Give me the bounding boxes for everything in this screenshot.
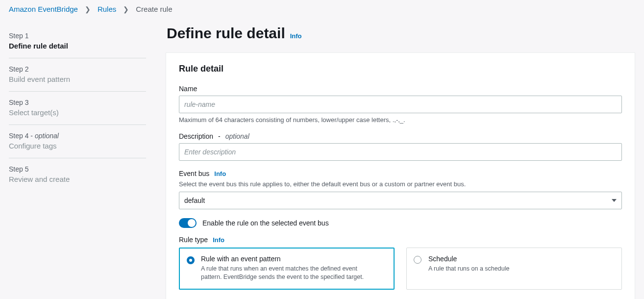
rule-detail-panel: Rule detail Name Maximum of 64 character… (166, 52, 635, 299)
tile-description: A rule that runs on a schedule (428, 265, 595, 273)
event-bus-info-link[interactable]: Info (214, 170, 226, 177)
page-info-link[interactable]: Info (290, 32, 302, 40)
rule-type-field: Rule type Info (179, 236, 622, 244)
step-5[interactable]: Step 5 Review and create (9, 158, 146, 191)
breadcrumb-current: Create rule (136, 5, 172, 13)
breadcrumb-rules[interactable]: Rules (98, 5, 116, 13)
step-4[interactable]: Step 4 - optional Configure tags (9, 125, 146, 158)
event-bus-field: Event bus Info Select the event bus this… (179, 170, 622, 209)
step-title: Select target(s) (9, 108, 146, 117)
enable-rule-toggle-label: Enable the rule on the selected event bu… (202, 219, 329, 227)
main-content: Define rule detail Info Rule detail Name… (166, 25, 635, 299)
tile-title: Schedule (428, 255, 615, 263)
step-label: Step 5 (9, 165, 146, 173)
radio-selected-icon (187, 256, 195, 264)
step-label: Step 3 (9, 99, 146, 106)
event-bus-label: Event bus Info (179, 170, 622, 177)
event-bus-selected-value: default (184, 197, 205, 204)
step-label: Step 4 - optional (9, 132, 146, 140)
step-label: Step 1 (9, 32, 146, 40)
name-field: Name Maximum of 64 characters consisting… (179, 85, 622, 124)
tile-description: A rule that runs when an event matches t… (201, 265, 368, 281)
toggle-knob-icon (188, 219, 196, 227)
step-3[interactable]: Step 3 Select target(s) (9, 92, 146, 125)
rule-type-event-pattern-tile[interactable]: Rule with an event pattern A rule that r… (179, 248, 395, 290)
event-bus-select[interactable]: default (179, 192, 622, 209)
rule-type-tiles: Rule with an event pattern A rule that r… (179, 248, 622, 290)
wizard-stepper: Step 1 Define rule detail Step 2 Build e… (9, 25, 146, 299)
step-label: Step 2 (9, 65, 146, 73)
chevron-right-icon: ❯ (85, 5, 91, 13)
name-label: Name (179, 85, 622, 93)
description-label: Description - optional (179, 132, 622, 140)
chevron-right-icon: ❯ (123, 5, 129, 13)
description-field: Description - optional (179, 132, 622, 161)
breadcrumb-root[interactable]: Amazon EventBridge (9, 5, 78, 13)
description-input[interactable] (179, 143, 622, 161)
radio-unselected-icon (414, 256, 421, 264)
enable-rule-toggle-row: Enable the rule on the selected event bu… (179, 218, 622, 228)
enable-rule-toggle[interactable] (179, 218, 197, 228)
step-title: Configure tags (9, 142, 146, 150)
step-title: Build event pattern (9, 75, 146, 83)
step-title: Define rule detail (9, 42, 146, 50)
rule-type-info-link[interactable]: Info (213, 236, 224, 244)
caret-down-icon (612, 199, 617, 202)
event-bus-help: Select the event bus this rule applies t… (179, 180, 622, 188)
name-input[interactable] (179, 96, 622, 113)
name-help: Maximum of 64 characters consisting of n… (179, 116, 622, 124)
tile-title: Rule with an event pattern (201, 255, 387, 263)
step-title: Review and create (9, 175, 146, 183)
rule-type-label: Rule type Info (179, 236, 622, 244)
step-1[interactable]: Step 1 Define rule detail (9, 25, 146, 58)
breadcrumb: Amazon EventBridge ❯ Rules ❯ Create rule (9, 5, 635, 13)
rule-type-schedule-tile[interactable]: Schedule A rule that runs on a schedule (406, 248, 622, 290)
page-title: Define rule detail (167, 25, 285, 42)
panel-title: Rule detail (179, 64, 622, 74)
step-2[interactable]: Step 2 Build event pattern (9, 58, 146, 92)
